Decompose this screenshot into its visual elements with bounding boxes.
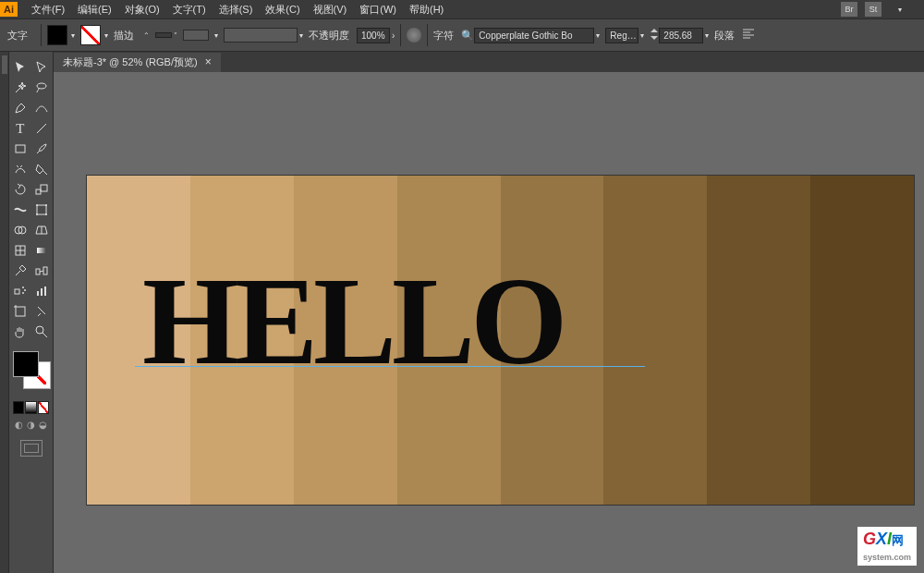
stroke-profile[interactable] [183, 30, 209, 41]
tools-panel: T [9, 52, 54, 573]
chevron-down-icon[interactable]: ▾ [214, 31, 218, 40]
hand-tool[interactable] [9, 322, 31, 342]
chevron-down-icon[interactable]: ▾ [640, 31, 644, 40]
svg-rect-27 [41, 288, 43, 296]
symbol-sprayer-tool[interactable] [9, 281, 31, 301]
svg-rect-7 [41, 185, 47, 191]
free-transform-tool[interactable] [31, 200, 54, 220]
chevron-down-icon[interactable]: ▾ [299, 31, 303, 40]
chevron-down-icon[interactable]: ⌃ [143, 31, 150, 40]
type-tool[interactable]: T [9, 118, 31, 139]
stroke-label[interactable]: 描边 [114, 29, 134, 43]
align-left-icon[interactable] [742, 28, 755, 43]
artboard-tool[interactable] [9, 301, 31, 322]
line-tool[interactable] [31, 118, 54, 139]
magic-wand-tool[interactable] [9, 78, 31, 98]
svg-rect-26 [37, 291, 39, 296]
stroke-swatch[interactable] [80, 25, 101, 45]
fill-swatch[interactable] [47, 25, 67, 45]
chevron-down-icon[interactable]: ▾ [596, 31, 600, 40]
stock-icon[interactable]: St [865, 2, 881, 17]
font-family-field[interactable]: Copperplate Gothic Bo [474, 28, 594, 43]
pen-tool[interactable] [9, 98, 31, 118]
app-logo: Ai [0, 2, 18, 17]
gradient-mode-btn[interactable] [25, 401, 36, 414]
menu-select[interactable]: 选择(S) [213, 3, 260, 17]
svg-rect-19 [36, 269, 40, 274]
svg-point-11 [36, 213, 38, 215]
scale-tool[interactable] [31, 179, 54, 200]
menu-view[interactable]: 视图(V) [307, 3, 354, 17]
menu-help[interactable]: 帮助(H) [403, 3, 450, 17]
draw-behind-icon[interactable]: ◑ [27, 420, 35, 431]
artboard[interactable]: HELLO [87, 176, 914, 505]
eyedropper-tool[interactable] [9, 261, 31, 281]
paintbrush-tool[interactable] [31, 139, 54, 159]
watermark: GXI网system.com [857, 527, 917, 566]
color-band [603, 176, 707, 505]
menu-object[interactable]: 对象(O) [118, 3, 166, 17]
menu-effect[interactable]: 效果(C) [259, 3, 306, 17]
draw-normal-icon[interactable]: ◐ [15, 420, 23, 431]
chevron-down-icon[interactable]: ▾ [71, 31, 75, 40]
mesh-tool[interactable] [9, 240, 31, 261]
color-band [810, 176, 914, 505]
width-tool[interactable] [9, 200, 31, 220]
column-graph-tool[interactable] [31, 281, 54, 301]
svg-rect-4 [16, 145, 25, 152]
svg-line-21 [40, 271, 43, 272]
draw-inside-icon[interactable]: ◒ [39, 420, 47, 431]
chevron-down-icon[interactable]: ˅ [174, 31, 177, 40]
screen-mode-button[interactable] [20, 440, 43, 457]
font-search-icon[interactable]: 🔍 [461, 30, 474, 42]
chevron-down-icon[interactable]: ▾ [705, 31, 709, 40]
close-icon[interactable]: × [205, 55, 212, 68]
svg-point-32 [36, 326, 43, 334]
color-mode-btn[interactable] [13, 401, 24, 414]
eraser-tool[interactable] [31, 159, 54, 179]
menu-type[interactable]: 文字(T) [166, 3, 213, 17]
document-tab[interactable]: 未标题-3* @ 52% (RGB/预览) × [54, 53, 221, 72]
chevron-down-icon[interactable]: ▾ [104, 31, 108, 40]
char-label[interactable]: 字符 [433, 29, 454, 43]
left-dock-strip[interactable] [0, 52, 9, 573]
canvas[interactable]: HELLO [54, 72, 924, 573]
direct-selection-tool[interactable] [31, 57, 54, 78]
blend-tool[interactable] [31, 261, 54, 281]
menu-window[interactable]: 窗口(W) [353, 3, 403, 17]
menu-file[interactable]: 文件(F) [25, 3, 71, 17]
text-object[interactable]: HELLO [142, 250, 563, 393]
fill-color-swatch[interactable] [13, 351, 39, 377]
rectangle-tool[interactable] [9, 139, 31, 159]
paragraph-label[interactable]: 段落 [714, 29, 735, 43]
opacity-field[interactable]: 100% [357, 28, 390, 43]
document-area: 未标题-3* @ 52% (RGB/预览) × HELLO [54, 52, 924, 573]
gradient-tool[interactable] [31, 240, 54, 261]
opacity-label[interactable]: 不透明度 [309, 29, 349, 43]
svg-point-24 [24, 289, 26, 291]
recolor-icon[interactable] [407, 28, 421, 43]
perspective-grid-tool[interactable] [31, 220, 54, 240]
font-size-stepper[interactable] [650, 28, 659, 43]
menu-edit[interactable]: 编辑(E) [71, 3, 118, 17]
font-size-field[interactable]: 285.68 [659, 28, 703, 43]
opacity-arrow-icon[interactable]: › [392, 30, 395, 41]
color-band [707, 176, 810, 505]
rotate-tool[interactable] [9, 179, 31, 200]
shaper-tool[interactable] [9, 159, 31, 179]
selection-tool[interactable] [9, 57, 31, 78]
fill-stroke-swatches[interactable] [9, 349, 54, 394]
curvature-tool[interactable] [31, 98, 54, 118]
stroke-weight-field[interactable] [155, 32, 172, 38]
none-mode-btn[interactable] [38, 401, 49, 414]
chevron-down-icon[interactable]: ▾ [898, 6, 902, 14]
svg-point-23 [22, 286, 24, 288]
brush-preview[interactable] [224, 28, 298, 43]
slice-tool[interactable] [31, 301, 54, 322]
bridge-icon[interactable]: Br [841, 2, 857, 17]
font-weight-field[interactable]: Reg… [605, 28, 638, 43]
shape-builder-tool[interactable] [9, 220, 31, 240]
zoom-tool[interactable] [31, 322, 54, 342]
lasso-tool[interactable] [31, 78, 54, 98]
tab-bar: 未标题-3* @ 52% (RGB/预览) × [54, 52, 924, 72]
